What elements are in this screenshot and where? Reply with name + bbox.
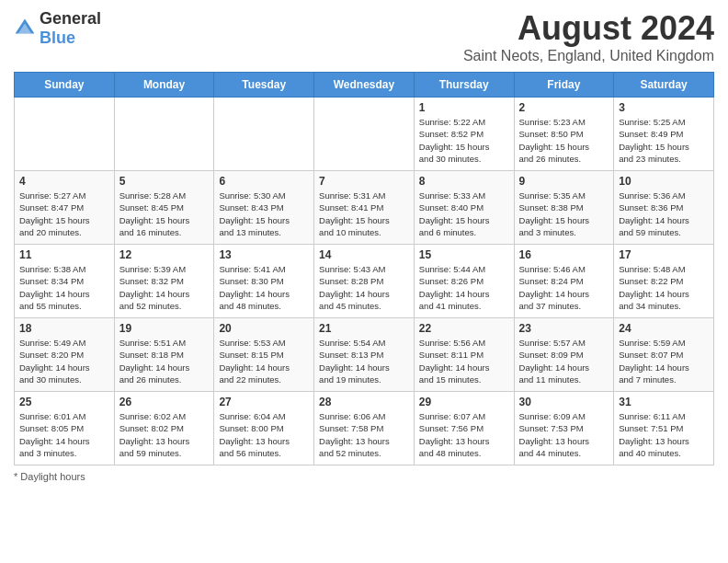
day-info: Sunrise: 5:27 AM Sunset: 8:47 PM Dayligh… [19,190,109,238]
calendar-cell: 12Sunrise: 5:39 AM Sunset: 8:32 PM Dayli… [114,245,214,318]
calendar-cell: 25Sunrise: 6:01 AM Sunset: 8:05 PM Dayli… [15,392,115,465]
calendar-cell [314,98,415,171]
day-info: Sunrise: 5:28 AM Sunset: 8:45 PM Dayligh… [119,190,210,238]
day-number: 20 [219,322,309,335]
calendar-cell: 20Sunrise: 5:53 AM Sunset: 8:15 PM Dayli… [214,318,314,392]
col-tuesday: Tuesday [214,73,314,98]
day-info: Sunrise: 5:35 AM Sunset: 8:38 PM Dayligh… [519,190,609,238]
day-number: 7 [319,175,409,188]
day-number: 18 [19,322,109,335]
calendar-cell: 30Sunrise: 6:09 AM Sunset: 7:53 PM Dayli… [514,392,614,465]
logo: General Blue [14,9,101,48]
calendar-cell: 26Sunrise: 6:02 AM Sunset: 8:02 PM Dayli… [114,392,214,465]
day-number: 26 [119,396,210,408]
day-number: 9 [519,175,609,188]
calendar-week-2: 4Sunrise: 5:27 AM Sunset: 8:47 PM Daylig… [15,171,714,245]
day-info: Sunrise: 5:44 AM Sunset: 8:26 PM Dayligh… [419,263,509,312]
day-number: 29 [419,396,509,408]
day-number: 10 [619,175,709,188]
day-info: Sunrise: 5:22 AM Sunset: 8:52 PM Dayligh… [419,116,509,165]
day-number: 25 [19,396,109,408]
calendar-cell [15,98,115,171]
month-year: August 2024 [463,9,714,48]
calendar-table: Sunday Monday Tuesday Wednesday Thursday… [14,72,714,465]
title-area: August 2024 Saint Neots, England, United… [463,9,714,64]
calendar-cell: 21Sunrise: 5:54 AM Sunset: 8:13 PM Dayli… [314,318,415,392]
col-saturday: Saturday [614,73,714,98]
day-number: 6 [219,175,309,188]
day-info: Sunrise: 6:02 AM Sunset: 8:02 PM Dayligh… [119,410,210,459]
day-info: Sunrise: 5:54 AM Sunset: 8:13 PM Dayligh… [319,337,409,385]
day-number: 4 [19,175,109,188]
day-info: Sunrise: 5:36 AM Sunset: 8:36 PM Dayligh… [619,190,709,238]
day-number: 31 [619,396,709,408]
day-info: Sunrise: 5:59 AM Sunset: 8:07 PM Dayligh… [619,337,709,385]
calendar-cell: 27Sunrise: 6:04 AM Sunset: 8:00 PM Dayli… [214,392,314,465]
logo-text: General Blue [40,9,101,48]
calendar-cell: 24Sunrise: 5:59 AM Sunset: 8:07 PM Dayli… [614,318,714,392]
day-info: Sunrise: 6:07 AM Sunset: 7:56 PM Dayligh… [419,410,509,459]
day-info: Sunrise: 5:51 AM Sunset: 8:18 PM Dayligh… [119,337,210,385]
col-wednesday: Wednesday [314,73,415,98]
col-monday: Monday [114,73,214,98]
col-sunday: Sunday [15,73,115,98]
day-info: Sunrise: 5:33 AM Sunset: 8:40 PM Dayligh… [419,190,509,238]
day-info: Sunrise: 5:57 AM Sunset: 8:09 PM Dayligh… [519,337,609,385]
calendar-header: Sunday Monday Tuesday Wednesday Thursday… [15,73,714,98]
header: General Blue August 2024 Saint Neots, En… [14,9,714,64]
calendar-cell: 17Sunrise: 5:48 AM Sunset: 8:22 PM Dayli… [614,245,714,318]
calendar-body: 1Sunrise: 5:22 AM Sunset: 8:52 PM Daylig… [15,98,714,465]
calendar-cell: 5Sunrise: 5:28 AM Sunset: 8:45 PM Daylig… [114,171,214,245]
day-info: Sunrise: 5:30 AM Sunset: 8:43 PM Dayligh… [219,190,309,238]
day-info: Sunrise: 5:38 AM Sunset: 8:34 PM Dayligh… [19,263,109,312]
calendar-cell [114,98,214,171]
day-number: 17 [619,248,709,261]
calendar-cell: 2Sunrise: 5:23 AM Sunset: 8:50 PM Daylig… [514,98,614,171]
day-info: Sunrise: 5:49 AM Sunset: 8:20 PM Dayligh… [19,337,109,385]
calendar-cell: 23Sunrise: 5:57 AM Sunset: 8:09 PM Dayli… [514,318,614,392]
col-friday: Friday [514,73,614,98]
calendar-cell: 18Sunrise: 5:49 AM Sunset: 8:20 PM Dayli… [15,318,115,392]
calendar-cell: 13Sunrise: 5:41 AM Sunset: 8:30 PM Dayli… [214,245,314,318]
day-info: Sunrise: 5:53 AM Sunset: 8:15 PM Dayligh… [219,337,309,385]
day-number: 8 [419,175,509,188]
day-number: 1 [419,101,509,114]
day-info: Sunrise: 6:09 AM Sunset: 7:53 PM Dayligh… [519,410,609,459]
calendar-cell: 8Sunrise: 5:33 AM Sunset: 8:40 PM Daylig… [414,171,514,245]
day-info: Sunrise: 5:39 AM Sunset: 8:32 PM Dayligh… [119,263,210,312]
calendar-cell: 7Sunrise: 5:31 AM Sunset: 8:41 PM Daylig… [314,171,415,245]
day-number: 28 [319,396,409,408]
day-number: 13 [219,248,309,261]
day-info: Sunrise: 5:41 AM Sunset: 8:30 PM Dayligh… [219,263,309,312]
calendar-cell: 9Sunrise: 5:35 AM Sunset: 8:38 PM Daylig… [514,171,614,245]
calendar-week-1: 1Sunrise: 5:22 AM Sunset: 8:52 PM Daylig… [15,98,714,171]
day-number: 22 [419,322,509,335]
calendar-cell: 16Sunrise: 5:46 AM Sunset: 8:24 PM Dayli… [514,245,614,318]
calendar-week-4: 18Sunrise: 5:49 AM Sunset: 8:20 PM Dayli… [15,318,714,392]
day-number: 11 [19,248,109,261]
day-number: 15 [419,248,509,261]
calendar-cell: 19Sunrise: 5:51 AM Sunset: 8:18 PM Dayli… [114,318,214,392]
day-number: 21 [319,322,409,335]
day-number: 12 [119,248,210,261]
logo-icon [14,17,36,40]
day-info: Sunrise: 5:48 AM Sunset: 8:22 PM Dayligh… [619,263,709,312]
calendar-cell: 15Sunrise: 5:44 AM Sunset: 8:26 PM Dayli… [414,245,514,318]
day-number: 19 [119,322,210,335]
calendar-week-5: 25Sunrise: 6:01 AM Sunset: 8:05 PM Dayli… [15,392,714,465]
day-info: Sunrise: 6:01 AM Sunset: 8:05 PM Dayligh… [19,410,109,459]
day-number: 2 [519,101,609,114]
day-number: 14 [319,248,409,261]
day-info: Sunrise: 5:25 AM Sunset: 8:49 PM Dayligh… [619,116,709,165]
calendar-cell: 11Sunrise: 5:38 AM Sunset: 8:34 PM Dayli… [15,245,115,318]
day-info: Sunrise: 6:04 AM Sunset: 8:00 PM Dayligh… [219,410,309,459]
calendar-cell: 10Sunrise: 5:36 AM Sunset: 8:36 PM Dayli… [614,171,714,245]
day-number: 30 [519,396,609,408]
location: Saint Neots, England, United Kingdom [463,48,714,64]
footer-note: * Daylight hours [14,471,714,482]
header-row: Sunday Monday Tuesday Wednesday Thursday… [15,73,714,98]
day-info: Sunrise: 5:43 AM Sunset: 8:28 PM Dayligh… [319,263,409,312]
day-info: Sunrise: 5:46 AM Sunset: 8:24 PM Dayligh… [519,263,609,312]
day-info: Sunrise: 6:11 AM Sunset: 7:51 PM Dayligh… [619,410,709,459]
day-info: Sunrise: 5:31 AM Sunset: 8:41 PM Dayligh… [319,190,409,238]
